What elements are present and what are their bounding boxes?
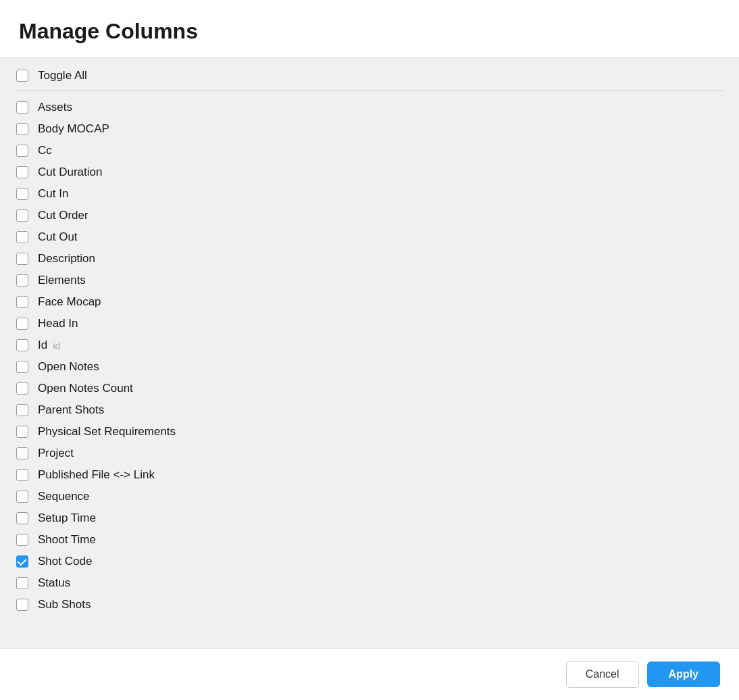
checkbox-open_notes[interactable]	[16, 361, 28, 373]
checkbox-cut_duration[interactable]	[16, 166, 28, 178]
item-label: Description	[38, 252, 95, 266]
columns-list: AssetsBody MOCAPCcCut DurationCut InCut …	[0, 97, 739, 616]
checkbox-body_mocap[interactable]	[16, 123, 28, 135]
checkbox-cut_in[interactable]	[16, 188, 28, 200]
toggle-all-row[interactable]: Toggle All	[0, 58, 739, 91]
list-item[interactable]: Cut Duration	[0, 161, 739, 183]
item-label: Published File <-> Link	[38, 468, 155, 482]
checkbox-head_in[interactable]	[16, 318, 28, 330]
item-sublabel: id	[53, 340, 61, 351]
list-item[interactable]: Sequence	[0, 486, 739, 507]
list-item[interactable]: Cc	[0, 140, 739, 161]
list-item[interactable]: Cut Out	[0, 226, 739, 248]
list-item[interactable]: Cut Order	[0, 205, 739, 226]
list-item[interactable]: Description	[0, 248, 739, 270]
item-label: Id	[38, 339, 47, 352]
item-label: Parent Shots	[38, 403, 104, 417]
list-item[interactable]: Open Notes Count	[0, 378, 739, 399]
item-label: Head In	[38, 317, 78, 330]
list-item[interactable]: Project	[0, 443, 739, 464]
item-label: Open Notes Count	[38, 382, 133, 395]
dialog-footer: Cancel Apply	[0, 648, 739, 700]
checkbox-elements[interactable]	[16, 274, 28, 286]
checkbox-status[interactable]	[16, 577, 28, 589]
list-item[interactable]: Physical Set Requirements	[0, 421, 739, 443]
item-label: Cc	[38, 144, 52, 157]
item-label: Cut Out	[38, 230, 78, 244]
list-item[interactable]: Cut In	[0, 183, 739, 205]
list-item[interactable]: Status	[0, 572, 739, 594]
checkbox-published_file_link[interactable]	[16, 469, 28, 481]
checkbox-description[interactable]	[16, 253, 28, 265]
item-label: Setup Time	[38, 511, 96, 525]
manage-columns-dialog: Manage Columns Toggle All AssetsBody MOC…	[0, 0, 739, 700]
item-label: Body MOCAP	[38, 122, 109, 136]
checkbox-cut_out[interactable]	[16, 231, 28, 243]
item-label: Project	[38, 447, 74, 460]
item-label: Sub Shots	[38, 598, 91, 611]
item-label: Shot Code	[38, 555, 92, 568]
cancel-button[interactable]: Cancel	[566, 661, 639, 688]
checkbox-sub_shots[interactable]	[16, 599, 28, 611]
toggle-all-checkbox[interactable]	[16, 70, 28, 82]
divider	[16, 91, 723, 91]
item-label: Cut Duration	[38, 166, 102, 179]
checkbox-assets[interactable]	[16, 101, 28, 114]
item-label: Elements	[38, 274, 86, 287]
item-label: Sequence	[38, 490, 90, 503]
item-label: Status	[38, 576, 70, 590]
list-item[interactable]: Parent Shots	[0, 399, 739, 421]
checkbox-parent_shots[interactable]	[16, 404, 28, 416]
dialog-title: Manage Columns	[19, 19, 720, 44]
checkbox-id[interactable]	[16, 339, 28, 351]
checkbox-project[interactable]	[16, 447, 28, 459]
checkbox-cut_order[interactable]	[16, 209, 28, 222]
apply-button[interactable]: Apply	[647, 661, 720, 687]
checkbox-shoot_time[interactable]	[16, 534, 28, 546]
dialog-body: Toggle All AssetsBody MOCAPCcCut Duratio…	[0, 58, 739, 648]
list-item[interactable]: Published File <-> Link	[0, 464, 739, 486]
checkbox-face_mocap[interactable]	[16, 296, 28, 308]
list-item[interactable]: Shot Code	[0, 551, 739, 572]
item-label: Face Mocap	[38, 295, 101, 309]
item-label: Cut Order	[38, 209, 88, 222]
item-label: Open Notes	[38, 360, 99, 374]
checkbox-sequence[interactable]	[16, 491, 28, 503]
toggle-all-label: Toggle All	[38, 69, 87, 82]
checkbox-shot_code[interactable]	[16, 555, 28, 568]
list-item[interactable]: Assets	[0, 97, 739, 118]
list-item[interactable]: Face Mocap	[0, 291, 739, 313]
item-label: Physical Set Requirements	[38, 425, 176, 439]
list-item[interactable]: Head In	[0, 313, 739, 334]
checkbox-setup_time[interactable]	[16, 512, 28, 524]
item-label: Shoot Time	[38, 533, 96, 547]
list-item[interactable]: Shoot Time	[0, 529, 739, 551]
list-item[interactable]: Idid	[0, 334, 739, 356]
checkbox-cc[interactable]	[16, 145, 28, 157]
columns-list-wrapper[interactable]: Toggle All AssetsBody MOCAPCcCut Duratio…	[0, 58, 739, 648]
list-item[interactable]: Elements	[0, 270, 739, 291]
item-label: Assets	[38, 101, 72, 114]
dialog-header: Manage Columns	[0, 0, 739, 58]
list-item[interactable]: Body MOCAP	[0, 118, 739, 140]
list-item[interactable]: Open Notes	[0, 356, 739, 378]
checkbox-open_notes_count[interactable]	[16, 382, 28, 395]
list-item[interactable]: Sub Shots	[0, 594, 739, 616]
item-label: Cut In	[38, 187, 68, 201]
checkbox-physical_set_requirements[interactable]	[16, 426, 28, 438]
list-item[interactable]: Setup Time	[0, 507, 739, 529]
